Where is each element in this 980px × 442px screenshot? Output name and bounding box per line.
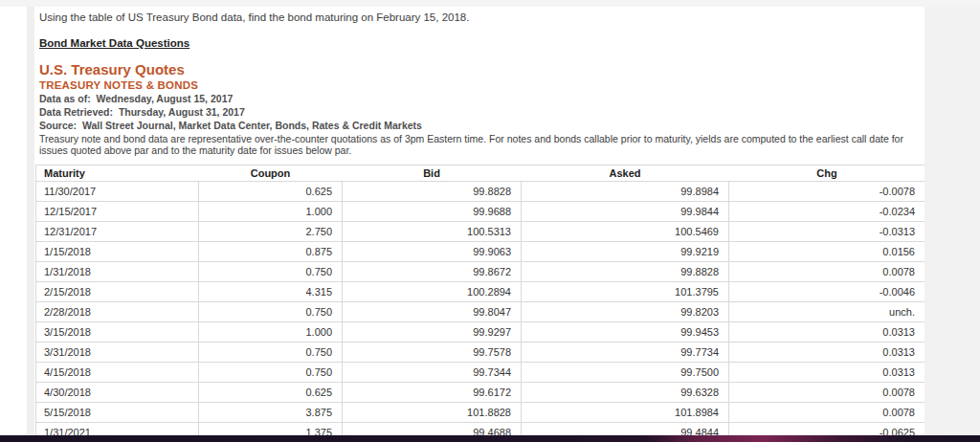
cell-asked: 99.7734 <box>522 343 729 363</box>
treasury-quotes-table: Maturity Coupon Bid Asked Chg 11/30/2017… <box>35 165 924 435</box>
cell-coupon: 4.315 <box>199 282 343 302</box>
cell-maturity: 12/15/2017 <box>36 202 199 222</box>
cell-asked: 99.9453 <box>522 322 729 343</box>
table-row: 5/15/2018 3.875 101.8828 101.8984 0.0078 <box>36 403 925 423</box>
cell-maturity: 11/30/2017 <box>36 182 199 202</box>
cell-bid: 99.6172 <box>343 383 522 403</box>
content-area: Using the table of US Treasury Bond data… <box>35 7 924 435</box>
cell-chg: 0.0078 <box>729 262 925 282</box>
cell-maturity: 3/15/2018 <box>36 322 199 343</box>
cell-bid: 99.9297 <box>343 322 522 343</box>
treasury-quotes-page: Using the table of US Treasury Bond data… <box>0 0 980 442</box>
column-header-asked: Asked <box>522 166 729 182</box>
data-retrieved-line: Data Retrieved: Thursday, August 31, 201… <box>39 106 924 118</box>
cell-maturity: 2/15/2018 <box>36 282 199 302</box>
column-header-maturity: Maturity <box>36 166 199 182</box>
cell-asked: 99.8203 <box>522 302 729 322</box>
table-row: 11/30/2017 0.625 99.8828 99.8984 -0.0078 <box>36 182 925 202</box>
table-row: 4/30/2018 0.625 99.6172 99.6328 0.0078 <box>36 383 925 403</box>
table-row: 2/28/2018 0.750 99.8047 99.8203 unch. <box>36 302 925 322</box>
quotes-title: U.S. Treasury Quotes <box>39 61 924 77</box>
quotes-description: Treasury note and bond data are represen… <box>39 133 905 156</box>
table-row: 4/15/2018 0.750 99.7344 99.7500 0.0313 <box>36 363 925 383</box>
cell-coupon: 1.000 <box>199 202 343 222</box>
left-gutter-strip <box>27 7 34 435</box>
data-as-of-value: Wednesday, August 15, 2017 <box>97 93 234 104</box>
cell-chg: unch. <box>729 302 925 322</box>
cell-maturity: 1/15/2018 <box>36 242 199 262</box>
question-instruction: Using the table of US Treasury Bond data… <box>39 11 924 23</box>
cell-coupon: 0.750 <box>199 302 343 322</box>
cell-bid: 99.9688 <box>343 202 522 222</box>
cell-maturity: 4/15/2018 <box>36 363 199 383</box>
cell-asked: 99.7500 <box>522 363 729 383</box>
cell-asked: 99.4844 <box>522 423 729 436</box>
table-header-row: Maturity Coupon Bid Asked Chg <box>36 166 925 182</box>
cell-coupon: 1.375 <box>199 423 343 436</box>
cell-bid: 99.7344 <box>343 363 522 383</box>
cell-maturity: 3/31/2018 <box>36 343 199 363</box>
cell-asked: 99.9219 <box>522 242 729 262</box>
cell-coupon: 3.875 <box>199 403 343 423</box>
cell-maturity: 4/30/2018 <box>36 383 199 403</box>
cell-coupon: 0.750 <box>199 262 343 282</box>
cell-coupon: 0.750 <box>199 343 343 363</box>
cell-coupon: 0.875 <box>199 242 343 262</box>
cell-chg: -0.0234 <box>729 202 925 222</box>
table-row: 1/15/2018 0.875 99.9063 99.9219 0.0156 <box>36 242 925 262</box>
cell-bid: 99.8047 <box>343 302 522 322</box>
bottom-dark-bar <box>0 435 980 442</box>
cell-bid: 100.5313 <box>343 222 522 242</box>
cell-chg: 0.0156 <box>729 242 925 262</box>
bond-table-body: 11/30/2017 0.625 99.8828 99.8984 -0.0078… <box>36 182 925 436</box>
source-label: Source: <box>39 120 77 131</box>
quotes-subtitle: TREASURY NOTES & BONDS <box>39 79 924 91</box>
source-value: Wall Street Journal, Market Data Center,… <box>82 120 422 131</box>
cell-chg: 0.0313 <box>729 322 925 343</box>
source-line: Source: Wall Street Journal, Market Data… <box>39 120 924 131</box>
cell-bid: 99.8672 <box>343 262 522 282</box>
cell-coupon: 0.625 <box>199 182 343 202</box>
right-gutter-panel <box>924 7 980 435</box>
cell-bid: 101.8828 <box>343 403 522 423</box>
data-as-of-line: Data as of: Wednesday, August 15, 2017 <box>39 93 924 104</box>
cell-chg: 0.0313 <box>729 343 925 363</box>
column-header-chg: Chg <box>729 166 925 182</box>
cell-asked: 99.8828 <box>522 262 729 282</box>
bond-market-data-questions-link[interactable]: Bond Market Data Questions <box>39 37 189 49</box>
cell-maturity: 2/28/2018 <box>36 302 199 322</box>
cell-bid: 99.7578 <box>343 343 522 363</box>
data-retrieved-value: Thursday, August 31, 2017 <box>119 106 245 118</box>
cell-bid: 99.9063 <box>343 242 522 262</box>
table-row: 3/15/2018 1.000 99.9297 99.9453 0.0313 <box>36 322 925 343</box>
cell-chg: -0.0313 <box>729 222 925 242</box>
table-row: 3/31/2018 0.750 99.7578 99.7734 0.0313 <box>36 343 925 363</box>
table-row: 2/15/2018 4.315 100.2894 101.3795 -0.004… <box>36 282 925 302</box>
cell-coupon: 0.625 <box>199 383 343 403</box>
cell-coupon: 1.000 <box>199 322 343 343</box>
cell-asked: 101.8984 <box>522 403 729 423</box>
cell-chg: 0.0313 <box>729 363 925 383</box>
table-row: 12/15/2017 1.000 99.9688 99.9844 -0.0234 <box>36 202 925 222</box>
table-row: 12/31/2017 2.750 100.5313 100.5469 -0.03… <box>36 222 925 242</box>
cell-chg: -0.0078 <box>729 182 925 202</box>
top-gray-strip <box>0 0 980 7</box>
cell-chg: -0.0625 <box>729 423 925 436</box>
cell-maturity: 1/31/2021 <box>36 423 199 436</box>
cell-asked: 99.8984 <box>522 182 729 202</box>
column-header-coupon: Coupon <box>199 166 343 182</box>
cell-chg: 0.0078 <box>729 403 925 423</box>
cell-asked: 100.5469 <box>522 222 729 242</box>
data-as-of-label: Data as of: <box>39 93 91 104</box>
column-header-bid: Bid <box>343 166 522 182</box>
cell-bid: 99.4688 <box>343 423 522 436</box>
cell-asked: 101.3795 <box>522 282 729 302</box>
cell-asked: 99.6328 <box>522 383 729 403</box>
table-row: 1/31/2018 0.750 99.8672 99.8828 0.0078 <box>36 262 925 282</box>
cell-asked: 99.9844 <box>522 202 729 222</box>
cell-maturity: 5/15/2018 <box>36 403 199 423</box>
cell-bid: 100.2894 <box>343 282 522 302</box>
cell-chg: 0.0078 <box>729 383 925 403</box>
table-row: 1/31/2021 1.375 99.4688 99.4844 -0.0625 <box>36 423 925 436</box>
cell-chg: -0.0046 <box>729 282 925 302</box>
